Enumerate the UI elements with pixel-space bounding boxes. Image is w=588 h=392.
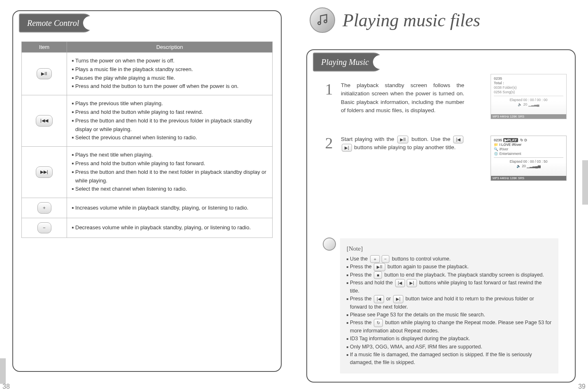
playback-screen-preview: 0235 ▶PLAY ↻ D 📁 I LOVE iRiver 🔍 iRiver … bbox=[491, 136, 567, 181]
note-item: Press the |◀ or ▶| button twice and hold… bbox=[347, 295, 552, 311]
note-item: Press the ■ button to end the playback. … bbox=[347, 271, 552, 279]
prev-icon: |◀ bbox=[453, 136, 463, 143]
note-title: [Note] bbox=[347, 244, 363, 254]
step-number: 1 bbox=[323, 81, 335, 115]
table-row: ▶▶| Plays the next title when playing. P… bbox=[22, 147, 273, 198]
step-text: Start playing with the ▶II button. Use t… bbox=[341, 135, 464, 152]
page-number: 38 bbox=[2, 383, 10, 390]
standby-screen-preview: 0235 Total : 0038 Folder(s) 0256 Song(s)… bbox=[491, 74, 567, 119]
vol-up-icon: ＋ bbox=[37, 202, 51, 214]
svg-point-1 bbox=[324, 20, 327, 23]
remote-control-table: Item Description ▶II Turns the power on … bbox=[21, 42, 273, 238]
play-pause-icon: ▶II bbox=[374, 263, 385, 271]
next-icon: ▶| bbox=[342, 144, 352, 152]
note-item: If a music file is damaged, the damaged … bbox=[347, 351, 552, 367]
col-description: Description bbox=[67, 42, 273, 53]
stop-icon: ■ bbox=[374, 271, 382, 279]
step-text: The playback standby screen follows the … bbox=[341, 81, 464, 115]
col-item: Item bbox=[22, 42, 67, 53]
prev-icon: |◀ bbox=[374, 295, 384, 303]
side-tab bbox=[0, 358, 6, 384]
desc-cell: Turns the power on when the power is off… bbox=[67, 53, 273, 95]
page-39: Playing music files Playing Music 0235 T… bbox=[294, 0, 588, 392]
note-item: Press the ▶II button again to pause the … bbox=[347, 263, 552, 271]
repeat-icon: ↻ bbox=[374, 319, 383, 327]
step-number: 2 bbox=[323, 135, 335, 152]
note-item: Press and hold the |◀▶| buttons while pl… bbox=[347, 279, 552, 295]
music-note-icon bbox=[310, 7, 335, 33]
section-title-playing-music: Playing Music bbox=[313, 53, 383, 71]
note-item: Please see Page 53 for the details on th… bbox=[347, 311, 552, 319]
vol-up-icon: ＋ bbox=[370, 255, 380, 263]
desc-cell: Decreases volume while in playback stand… bbox=[67, 218, 273, 238]
play-pause-icon: ▶II bbox=[37, 68, 51, 80]
prev-icon: |◀◀ bbox=[36, 115, 53, 127]
next-icon: ▶| bbox=[407, 279, 417, 287]
note-item: Press the ↻ button while playing to chan… bbox=[347, 319, 552, 335]
next-icon: ▶| bbox=[393, 295, 403, 303]
playing-music-panel: Playing Music 0235 Total : 0038 Folder(s… bbox=[306, 49, 576, 383]
note-item: Only MP3, OGG, WMA, and ASF, IRM files a… bbox=[347, 343, 552, 351]
note-icon bbox=[323, 238, 336, 251]
vol-down-icon: − bbox=[382, 255, 390, 263]
remote-control-panel: Remote Control Item Description ▶II Turn… bbox=[12, 10, 282, 372]
note-item: Use the ＋− buttons to control volume. bbox=[347, 255, 552, 263]
vol-down-icon: − bbox=[37, 222, 51, 234]
note-box: [Note] Use the ＋− buttons to control vol… bbox=[340, 238, 558, 374]
note-item: ID3 Tag information is displayed during … bbox=[347, 335, 552, 343]
table-row: − Decreases volume while in playback sta… bbox=[22, 218, 273, 238]
desc-cell: Plays the next title when playing. Press… bbox=[67, 147, 273, 198]
prev-icon: |◀ bbox=[395, 279, 405, 287]
side-tab bbox=[582, 160, 588, 205]
table-row: ▶II Turns the power on when the power is… bbox=[22, 53, 273, 95]
section-title-remote-control: Remote Control bbox=[19, 14, 93, 32]
svg-point-0 bbox=[318, 22, 321, 25]
page-number: 39 bbox=[578, 383, 586, 390]
desc-cell: Plays the previous title when playing. P… bbox=[67, 95, 273, 147]
play-pause-icon: ▶II bbox=[397, 136, 409, 143]
table-row: ＋ Increases volume while in playback sta… bbox=[22, 198, 273, 218]
page-title: Playing music files bbox=[343, 10, 480, 31]
table-row: |◀◀ Plays the previous title when playin… bbox=[22, 95, 273, 147]
page-38: Remote Control Item Description ▶II Turn… bbox=[0, 0, 294, 392]
page-header: Playing music files bbox=[310, 7, 576, 33]
desc-cell: Increases volume while in playback stand… bbox=[67, 198, 273, 218]
next-icon: ▶▶| bbox=[36, 166, 53, 178]
